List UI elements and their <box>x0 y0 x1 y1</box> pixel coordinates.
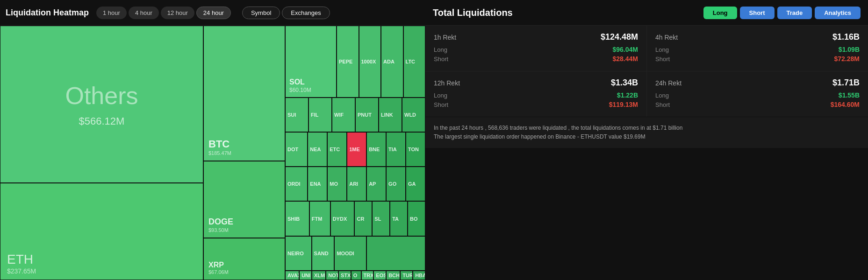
stat-val-12h-short: $119.13M <box>609 101 638 108</box>
others-cell[interactable]: Others $566.12M <box>0 26 203 183</box>
cell-shib[interactable]: SHIB <box>285 201 309 236</box>
cell-xlm[interactable]: XLM <box>312 271 326 280</box>
cell-avax[interactable]: AVAX <box>285 271 299 280</box>
stat-header-4h: 4h Rekt $1.16B <box>655 32 860 42</box>
sol-row: SOL $60.10M PEPE 1000X ADA LTC <box>285 26 425 98</box>
cell-trx[interactable]: TRX <box>361 271 374 280</box>
cell-dot[interactable]: DOT <box>285 132 308 167</box>
cell-ture[interactable]: TURE <box>400 271 413 280</box>
cell-stx[interactable]: STX <box>338 271 351 280</box>
cell-link[interactable]: LINK <box>379 98 402 132</box>
cell-ena[interactable]: ENA <box>308 167 327 201</box>
cell-mo[interactable]: MO <box>327 167 347 201</box>
cell-o[interactable]: O <box>351 271 361 280</box>
cell-ari[interactable]: ARI <box>347 167 366 201</box>
cell-uni[interactable]: UNI <box>299 271 312 280</box>
cell-ap[interactable]: AP <box>366 167 386 201</box>
btn-long[interactable]: Long <box>703 7 737 19</box>
cell-wld[interactable]: WLD <box>402 98 425 132</box>
stat-type-4h-short: Short <box>655 56 670 63</box>
stat-val-24h-long: $1.55B <box>839 91 860 99</box>
sol-value: $60.10M <box>289 87 311 93</box>
stat-period-12h: 12h Rekt <box>434 79 460 87</box>
action-buttons: Long Short Trade Analytics <box>703 7 861 19</box>
cell-pepe[interactable]: PEPE <box>337 26 359 98</box>
sol-cell[interactable]: SOL $60.10M <box>285 26 337 98</box>
cell-eos[interactable]: EOS <box>373 271 386 280</box>
heatmap: Others $566.12M ETH $237.65M BTC $185.47… <box>0 26 425 280</box>
cell-wif[interactable]: WIF <box>332 98 355 132</box>
col-right: SOL $60.10M PEPE 1000X ADA LTC <box>285 26 425 280</box>
cell-1me[interactable]: 1ME <box>347 132 366 167</box>
btn-trade[interactable]: Trade <box>777 7 812 19</box>
cell-moodi[interactable]: MOODI <box>334 236 366 271</box>
right-header: Total Liquidations Long Short Trade Anal… <box>425 0 868 26</box>
stat-type-1h-short: Short <box>434 56 448 63</box>
btc-label: BTC <box>208 138 230 150</box>
stat-val-24h-short: $164.60M <box>831 101 860 108</box>
cell-pnut[interactable]: PNUT <box>355 98 379 132</box>
1000x-label: 1000X <box>361 59 376 64</box>
stat-type-24h-short: Short <box>655 101 670 108</box>
cell-hbar[interactable]: HBAR <box>413 271 425 280</box>
btn-short[interactable]: Short <box>740 7 775 19</box>
xrp-label: XRP <box>208 260 224 269</box>
time-btn-24h[interactable]: 24 hour <box>196 7 231 19</box>
stat-row-12h-short: Short $119.13M <box>434 101 638 108</box>
cell-bne[interactable]: BNE <box>366 132 386 167</box>
cell-ordi[interactable]: ORDI <box>285 167 308 201</box>
cell-blank1 <box>366 236 425 271</box>
stat-row-1h-long: Long $96.04M <box>434 46 638 53</box>
stat-row-1h-short: Short $28.44M <box>434 55 638 63</box>
stat-val-1h-long: $96.04M <box>613 46 638 53</box>
doge-cell[interactable]: DOGE $93.50M <box>203 161 285 238</box>
cell-bo[interactable]: BO <box>408 201 425 236</box>
cell-1000x[interactable]: 1000X <box>359 26 381 98</box>
sol-label: SOL <box>289 77 305 86</box>
stat-type-12h-short: Short <box>434 101 448 108</box>
cell-ta[interactable]: TA <box>390 201 408 236</box>
cell-bch[interactable]: BCH <box>386 271 400 280</box>
cell-ga[interactable]: GA <box>406 167 425 201</box>
cell-sand[interactable]: SAND <box>312 236 335 271</box>
stat-card-12h: 12h Rekt $1.34B Long $1.22B Short $119.1… <box>425 71 646 117</box>
cell-neiro[interactable]: NEIRO <box>285 236 312 271</box>
cell-go[interactable]: GO <box>386 167 406 201</box>
row-neiro: NEIRO SAND MOODI <box>285 236 425 271</box>
stat-total-24h: $1.71B <box>832 78 860 88</box>
time-btn-1h[interactable]: 1 hour <box>96 7 127 19</box>
cell-sl[interactable]: SL <box>372 201 390 236</box>
eth-cell[interactable]: ETH $237.65M <box>0 183 203 280</box>
ltc-label: LTC <box>406 59 416 64</box>
cell-dydx[interactable]: DYDX <box>330 201 355 236</box>
stat-card-24h: 24h Rekt $1.71B Long $1.55B Short $164.6… <box>647 71 868 117</box>
cell-ada[interactable]: ADA <box>381 26 403 98</box>
stat-type-4h-long: Long <box>655 46 669 53</box>
cell-sui[interactable]: SUI <box>285 98 308 132</box>
stat-card-4h: 4h Rekt $1.16B Long $1.09B Short $72.28M <box>647 26 868 71</box>
stat-type-24h-long: Long <box>655 92 669 99</box>
tab-exchanges[interactable]: Exchanges <box>282 7 330 19</box>
cell-etc[interactable]: ETC <box>327 132 347 167</box>
time-btn-4h[interactable]: 4 hour <box>129 7 159 19</box>
btc-cell[interactable]: BTC $185.47M <box>203 26 285 161</box>
info-line1: In the past 24 hours , 568,636 traders w… <box>434 124 860 133</box>
cell-fil[interactable]: FIL <box>308 98 332 132</box>
xrp-cell[interactable]: XRP $67.06M <box>203 238 285 280</box>
row-sui: SUI FIL WIF PNUT LINK WLD <box>285 98 425 132</box>
cell-nea[interactable]: NEA <box>308 132 327 167</box>
stat-card-1h: 1h Rekt $124.48M Long $96.04M Short $28.… <box>425 26 646 71</box>
eth-value: $237.65M <box>7 267 36 275</box>
cell-not[interactable]: NOT <box>326 271 338 280</box>
cell-ltc[interactable]: LTC <box>403 26 426 98</box>
cell-cr[interactable]: CR <box>354 201 372 236</box>
btn-analytics[interactable]: Analytics <box>815 7 861 19</box>
stat-header-1h: 1h Rekt $124.48M <box>434 32 638 42</box>
time-btn-12h[interactable]: 12 hour <box>161 7 194 19</box>
stat-total-12h: $1.34B <box>611 78 638 88</box>
cell-ton[interactable]: TON <box>406 132 425 167</box>
tab-symbol[interactable]: Symbol <box>242 7 280 19</box>
cell-tia[interactable]: TIA <box>386 132 406 167</box>
row-avax: AVAX UNI XLM NOT STX O TRX EOS BCH TURE … <box>285 271 425 280</box>
cell-ftm[interactable]: FTM <box>309 201 330 236</box>
